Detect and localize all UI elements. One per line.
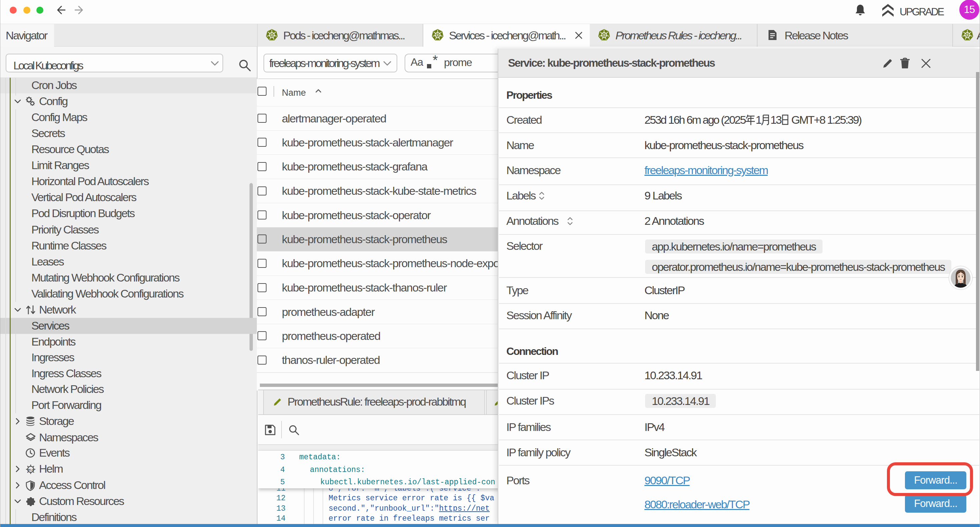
svg-text:HELM: HELM [27,468,34,471]
